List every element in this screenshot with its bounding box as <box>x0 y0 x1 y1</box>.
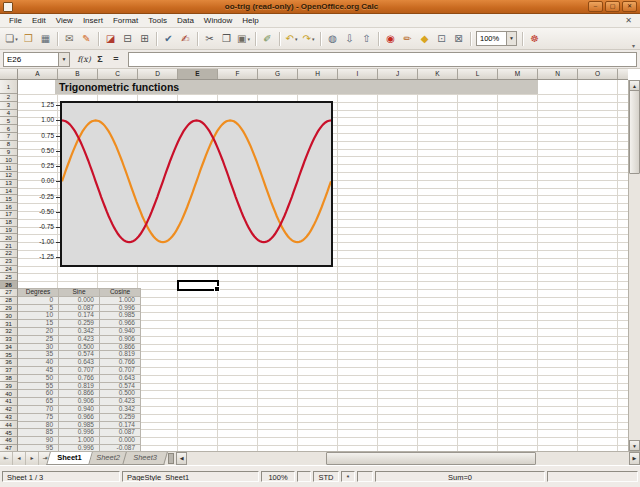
table-cell[interactable]: 15 <box>18 320 58 327</box>
table-cell[interactable]: 0.259 <box>100 414 140 421</box>
function-wizard-button[interactable]: f(x) <box>76 55 92 64</box>
table-cell[interactable]: 1.000 <box>100 297 140 304</box>
row-header-22[interactable]: 22 <box>0 250 17 258</box>
row-header-34[interactable]: 34 <box>0 344 17 352</box>
row-header-4[interactable]: 4 <box>0 110 17 118</box>
row-header-33[interactable]: 33 <box>0 336 17 344</box>
row-header-28[interactable]: 28 <box>0 297 17 305</box>
scroll-right-icon[interactable]: ▶ <box>629 452 640 465</box>
row-header-32[interactable]: 32 <box>0 328 17 336</box>
table-cell[interactable]: 50 <box>18 375 58 382</box>
table-cell[interactable]: 85 <box>18 429 58 436</box>
previous-sheet-icon[interactable]: ◂ <box>13 452 26 465</box>
table-cell[interactable]: 75 <box>18 414 58 421</box>
menu-help[interactable]: Help <box>237 15 263 27</box>
maximize-button[interactable]: ▢ <box>605 1 620 12</box>
export-pdf-button[interactable]: ◪ <box>102 30 119 47</box>
navigator-button[interactable]: ◆ <box>416 30 433 47</box>
sort-ascending-button[interactable]: ⇩ <box>341 30 358 47</box>
row-header-45[interactable]: 45 <box>0 429 17 437</box>
row-header-29[interactable]: 29 <box>0 305 17 313</box>
row-header-44[interactable]: 44 <box>0 421 17 429</box>
table-cell[interactable]: 0.574 <box>59 351 99 358</box>
table-cell[interactable]: 0.940 <box>59 406 99 413</box>
row-header-37[interactable]: 37 <box>0 367 17 375</box>
redo-dropdown-icon[interactable]: ▾ <box>312 36 315 42</box>
new-document-button[interactable]: ❏▾ <box>3 30 20 47</box>
table-cell[interactable]: 0.500 <box>100 390 140 397</box>
table-cell[interactable]: 0.643 <box>100 375 140 382</box>
toolbar-more-button[interactable]: ▾ <box>630 42 637 49</box>
table-cell[interactable]: 60 <box>18 390 58 397</box>
table-cell[interactable]: 0.000 <box>59 297 99 304</box>
row-header-12[interactable]: 12 <box>0 172 17 180</box>
column-header-D[interactable]: D <box>138 69 178 79</box>
table-cell[interactable]: 0.819 <box>100 351 140 358</box>
scroll-left-icon[interactable]: ◀ <box>176 452 187 465</box>
row-header-24[interactable]: 24 <box>0 266 17 274</box>
document-close-icon[interactable]: ✕ <box>621 16 636 25</box>
sheet-title-cell[interactable]: Trigonometric functions <box>55 80 538 94</box>
row-header-27[interactable]: 27 <box>0 289 17 297</box>
column-header-G[interactable]: G <box>258 69 298 79</box>
table-cell[interactable]: 0 <box>18 297 58 304</box>
table-cell[interactable]: 0.866 <box>59 390 99 397</box>
table-cell[interactable]: 0.174 <box>100 422 140 429</box>
gallery-button[interactable]: ◉ <box>382 30 399 47</box>
row-header-10[interactable]: 10 <box>0 156 17 164</box>
save-button[interactable]: ▦ <box>37 30 54 47</box>
menu-window[interactable]: Window <box>199 15 237 27</box>
first-sheet-icon[interactable]: ⇤ <box>0 452 13 465</box>
minimize-button[interactable]: – <box>588 1 603 12</box>
menu-edit[interactable]: Edit <box>27 15 51 27</box>
row-header-16[interactable]: 16 <box>0 203 17 211</box>
row-header-8[interactable]: 8 <box>0 141 17 149</box>
column-header-C[interactable]: C <box>98 69 138 79</box>
row-header-46[interactable]: 46 <box>0 437 17 445</box>
row-header-38[interactable]: 38 <box>0 375 17 383</box>
status-zoom[interactable]: 100% <box>261 471 295 482</box>
undo-button[interactable]: ↶▾ <box>283 30 300 47</box>
row-header-21[interactable]: 21 <box>0 242 17 250</box>
table-cell[interactable]: 55 <box>18 383 58 390</box>
table-cell[interactable]: 25 <box>18 336 58 343</box>
status-page-style[interactable]: PageStyle_Sheet1 <box>122 471 259 482</box>
table-cell[interactable]: 0.906 <box>59 398 99 405</box>
row-header-6[interactable]: 6 <box>0 125 17 133</box>
row-header-2[interactable]: 2 <box>0 94 17 102</box>
copy-button[interactable]: ❐ <box>218 30 235 47</box>
zoom-dropdown-icon[interactable]: ▼ <box>506 32 516 45</box>
row-header-41[interactable]: 41 <box>0 398 17 406</box>
column-header-H[interactable]: H <box>298 69 338 79</box>
column-header-M[interactable]: M <box>498 69 538 79</box>
hyperlink-button[interactable]: ◍ <box>324 30 341 47</box>
menu-view[interactable]: View <box>51 15 78 27</box>
cell-grid[interactable]: Trigonometric functions 1.251.000.750.50… <box>18 80 628 451</box>
spellcheck-button[interactable]: ✔ <box>160 30 177 47</box>
row-header-36[interactable]: 36 <box>0 359 17 367</box>
zoom-select[interactable]: 100%▼ <box>476 31 517 46</box>
table-cell[interactable]: 0.866 <box>100 344 140 351</box>
table-cell[interactable]: 0.906 <box>100 336 140 343</box>
vertical-scrollbar-thumb[interactable] <box>629 90 640 174</box>
sort-descending-button[interactable]: ⇧ <box>358 30 375 47</box>
table-cell[interactable]: 0.423 <box>59 336 99 343</box>
help-button[interactable]: ☸ <box>526 30 543 47</box>
cell-cursor[interactable] <box>177 280 219 291</box>
menu-format[interactable]: Format <box>108 15 143 27</box>
table-cell[interactable]: 0.000 <box>100 437 140 444</box>
draw-functions-button[interactable]: ✏ <box>399 30 416 47</box>
table-cell[interactable]: 0.342 <box>100 406 140 413</box>
row-header-39[interactable]: 39 <box>0 382 17 390</box>
scroll-down-icon[interactable]: ▼ <box>629 440 640 451</box>
undo-dropdown-icon[interactable]: ▾ <box>295 36 298 42</box>
cut-button[interactable]: ✂ <box>201 30 218 47</box>
column-header-I[interactable]: I <box>338 69 378 79</box>
table-cell[interactable]: 0.707 <box>100 367 140 374</box>
function-button[interactable]: = <box>108 54 124 64</box>
format-paintbrush-button[interactable]: ✐ <box>259 30 276 47</box>
table-cell[interactable]: 0.707 <box>59 367 99 374</box>
name-box-dropdown-icon[interactable]: ▼ <box>58 53 69 66</box>
formula-input-line[interactable] <box>128 52 637 67</box>
menu-tools[interactable]: Tools <box>143 15 172 27</box>
